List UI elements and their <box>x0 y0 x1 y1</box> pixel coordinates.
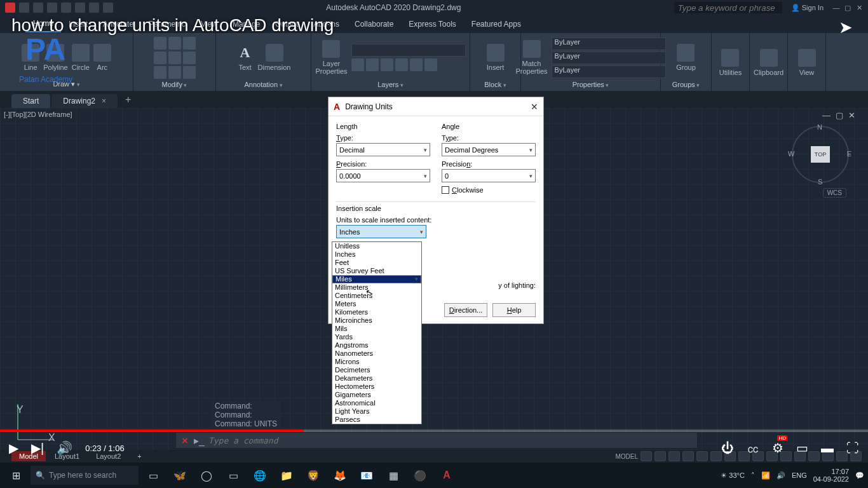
qat-undo-icon[interactable] <box>89 3 99 13</box>
taskbar-obs-icon[interactable]: ⚫ <box>408 465 432 485</box>
start-menu-button[interactable]: ⊞ <box>4 465 28 485</box>
unit-option-parsecs[interactable]: Parsecs <box>332 416 421 424</box>
taskbar-app-1[interactable]: 🦋 <box>168 465 192 485</box>
tray-notifications-icon[interactable]: 💬 <box>855 471 864 480</box>
arc-tool[interactable]: Arc <box>93 44 111 71</box>
add-tab-button[interactable]: + <box>119 92 137 108</box>
taskbar-chrome-icon[interactable]: 🌐 <box>248 465 272 485</box>
modify-tool-8[interactable] <box>183 66 196 79</box>
panel-groups[interactable]: Groups <box>665 79 707 90</box>
captions-button[interactable]: ㏄ <box>747 440 759 457</box>
clockwise-checkbox[interactable] <box>442 186 449 194</box>
tray-volume-icon[interactable]: 🔊 <box>776 471 785 480</box>
task-view-icon[interactable]: ▭ <box>141 465 165 485</box>
unit-option-astronomical[interactable]: Astronomical <box>332 399 421 407</box>
utilities-button[interactable]: Utilities <box>719 49 742 76</box>
group-button[interactable]: Group <box>676 44 696 71</box>
unit-option-inches[interactable]: Inches <box>332 250 421 259</box>
unit-option-unitless[interactable]: Unitless <box>332 242 421 250</box>
help-button[interactable]: Help <box>492 303 536 317</box>
wcs-label[interactable]: WCS <box>823 188 846 198</box>
dialog-close-button[interactable]: ✕ <box>531 102 538 112</box>
tray-clock[interactable]: 17:0704-09-2022 <box>813 468 849 483</box>
unit-option-millimeters[interactable]: Millimeters <box>332 283 421 292</box>
lineweight-dropdown[interactable]: ByLayer <box>552 51 666 64</box>
qat-saveas-icon[interactable] <box>61 3 71 13</box>
color-dropdown[interactable]: ByLayer <box>552 37 666 50</box>
viewport-close-icon[interactable]: ✕ <box>848 111 855 120</box>
unit-option-mils[interactable]: Mils <box>332 325 421 333</box>
theater-button[interactable]: ▬ <box>821 441 834 456</box>
tray-lang[interactable]: ENG <box>792 471 807 479</box>
viewport-label[interactable]: [-][Top][2D Wireframe] <box>4 111 72 118</box>
unit-option-light-years[interactable]: Light Years <box>332 407 421 416</box>
modify-tool-7[interactable] <box>168 66 181 79</box>
share-icon[interactable]: ➤ <box>839 18 853 37</box>
volume-button[interactable]: 🔊 <box>57 440 72 456</box>
signin-label[interactable]: 👤 Sign In <box>791 4 824 12</box>
length-type-select[interactable]: Decimal <box>336 143 430 156</box>
tab-drawing2[interactable]: Drawing2× <box>51 94 118 108</box>
unit-option-meters[interactable]: Meters <box>332 300 421 308</box>
layer-properties-button[interactable]: Layer Properties <box>315 40 347 75</box>
linetype-dropdown[interactable]: ByLayer <box>552 65 666 78</box>
next-button[interactable]: ▶| <box>31 440 44 456</box>
ribbon-tab-featured-apps[interactable]: Featured Apps <box>464 17 529 32</box>
modify-tool-1[interactable] <box>168 37 181 50</box>
text-tool[interactable]: AText <box>236 44 254 71</box>
weather-widget[interactable]: ☀ 33°C <box>721 471 745 480</box>
panel-layers[interactable]: Layers <box>315 79 466 90</box>
insertion-units-select[interactable]: Inches <box>336 225 426 238</box>
taskbar-brave-icon[interactable]: 🦁 <box>301 465 325 485</box>
viewcube-top[interactable]: TOP <box>811 146 830 163</box>
qat-redo-icon[interactable] <box>103 3 113 13</box>
viewport-max-icon[interactable]: ▢ <box>836 111 843 120</box>
play-button[interactable]: ▶ <box>9 440 18 456</box>
unit-option-dekameters[interactable]: Dekameters <box>332 374 421 383</box>
taskbar-store-icon[interactable]: ▭ <box>221 465 245 485</box>
modify-tool-3[interactable] <box>154 51 166 64</box>
minimize-button[interactable]: — <box>832 4 840 11</box>
angle-type-select[interactable]: Decimal Degrees <box>442 143 536 156</box>
unit-option-angstroms[interactable]: Angstroms <box>332 341 421 349</box>
maximize-button[interactable]: ▢ <box>844 4 851 12</box>
layer-tool-4[interactable] <box>410 58 423 71</box>
layer-tool-5[interactable] <box>424 58 437 71</box>
viewport-min-icon[interactable]: — <box>822 111 831 120</box>
panel-block[interactable]: Block <box>474 79 517 90</box>
taskbar-app-2[interactable]: ▦ <box>381 465 405 485</box>
qat-new-icon[interactable] <box>19 3 29 13</box>
panel-modify[interactable]: Modify <box>137 79 212 90</box>
layer-tool-2[interactable] <box>381 58 393 71</box>
clipboard-button[interactable]: Clipboard <box>754 49 783 76</box>
modify-tool-4[interactable] <box>168 51 181 64</box>
viewcube[interactable]: N E S W TOP <box>792 126 849 183</box>
autoplay-toggle[interactable]: ⏻ <box>721 441 734 456</box>
tray-network-icon[interactable]: 📶 <box>761 471 770 480</box>
help-search-input[interactable] <box>674 2 782 13</box>
unit-option-nanometers[interactable]: Nanometers <box>332 349 421 358</box>
unit-option-decimeters[interactable]: Decimeters <box>332 366 421 374</box>
taskbar-outlook-icon[interactable]: 📧 <box>355 465 379 485</box>
dimension-tool[interactable]: Dimension <box>258 44 291 71</box>
qat-save-icon[interactable] <box>47 3 57 13</box>
panel-properties[interactable]: Properties <box>525 79 656 90</box>
taskbar-firefox-icon[interactable]: 🦊 <box>328 465 352 485</box>
close-tab-icon[interactable]: × <box>102 97 106 105</box>
unit-option-kilometers[interactable]: Kilometers <box>332 308 421 316</box>
qat-open-icon[interactable] <box>33 3 43 13</box>
insert-button[interactable]: Insert <box>487 44 505 71</box>
modify-tool-6[interactable] <box>154 66 166 79</box>
layer-dropdown[interactable] <box>351 44 466 57</box>
close-button[interactable]: ✕ <box>855 4 863 12</box>
angle-precision-select[interactable]: 0 <box>442 169 536 182</box>
units-dropdown-list[interactable]: UnitlessInchesFeetUS Survey FeetMilesMil… <box>332 241 422 424</box>
taskbar-search[interactable]: 🔍 Type here to search <box>31 466 139 485</box>
unit-option-centimeters[interactable]: Centimeters <box>332 292 421 300</box>
taskbar-autocad-icon[interactable]: A <box>435 465 459 485</box>
modify-tool-0[interactable] <box>154 37 166 50</box>
tab-start[interactable]: Start <box>11 94 50 108</box>
modify-tool-5[interactable] <box>183 51 196 64</box>
layer-tool-3[interactable] <box>395 58 408 71</box>
unit-option-microinches[interactable]: Microinches <box>332 316 421 325</box>
